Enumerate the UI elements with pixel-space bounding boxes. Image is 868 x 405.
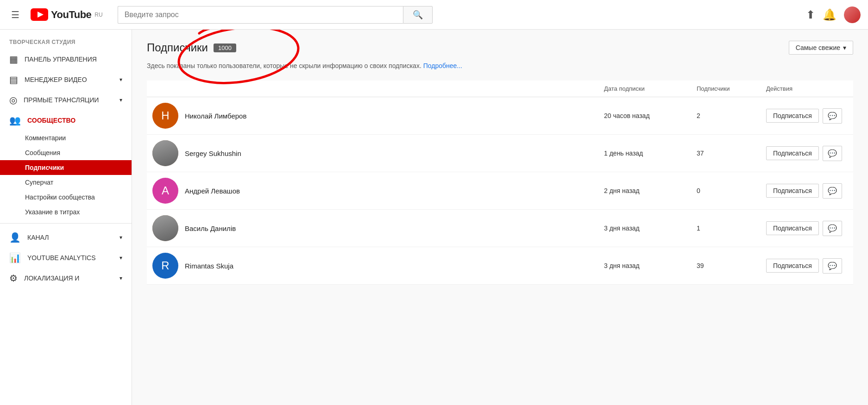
studio-title: ТВОРЧЕСКАЯ СТУДИЯ xyxy=(0,30,132,49)
sidebar-item-analytics-label: YOUTUBE ANALYTICS xyxy=(27,254,96,262)
user-avatar xyxy=(152,215,178,241)
page-header: Подписчики 1000 Самые свежие ▾ xyxy=(147,41,853,55)
upload-icon[interactable]: ⬆ xyxy=(806,8,815,21)
message-button[interactable]: 💬 xyxy=(823,221,842,236)
user-cell-td: А Андрей Левашов xyxy=(147,172,598,210)
main-content: Подписчики 1000 Самые свежие ▾ Здесь пок… xyxy=(132,30,868,405)
actions-cell: Подписаться 💬 xyxy=(766,258,848,274)
th-name xyxy=(147,81,598,97)
message-button[interactable]: 💬 xyxy=(823,108,842,124)
dashboard-icon: ▦ xyxy=(9,54,18,65)
chevron-icon-analytics: ▾ xyxy=(120,255,122,261)
sidebar-item-live[interactable]: ◎ ПРЯМЫЕ ТРАНСЛЯЦИИ ▾ xyxy=(0,90,132,110)
user-cell-td: Василь Данилів xyxy=(147,210,598,247)
subscriber-count: 1 xyxy=(691,210,761,247)
table-row: R Rimantas Skuja 3 дня назад 39 Подписат… xyxy=(147,247,853,285)
subscriber-count: 39 xyxy=(691,247,761,285)
table-row: Sergey Sukhushin 1 день назад 37 Подписа… xyxy=(147,135,853,172)
user-name: Rimantas Skuja xyxy=(185,262,233,270)
info-link[interactable]: Подробнее... xyxy=(423,62,462,69)
chevron-icon-channel: ▾ xyxy=(120,234,122,241)
subscribe-date: 1 день назад xyxy=(598,135,691,172)
user-cell: Н Николай Лимберов xyxy=(152,103,593,129)
actions-cell: Подписаться 💬 xyxy=(766,221,848,236)
sidebar-item-video-manager[interactable]: ▤ МЕНЕДЖЕР ВИДЕО ▾ xyxy=(0,69,132,90)
sidebar: ТВОРЧЕСКАЯ СТУДИЯ ▦ ПАНЕЛЬ УПРАВЛЕНИЯ ▤ … xyxy=(0,30,132,405)
user-cell: Василь Данилів xyxy=(152,215,593,241)
actions-td: Подписаться 💬 xyxy=(761,97,853,135)
search-button[interactable]: 🔍 xyxy=(403,6,433,24)
nav-actions: ⬆ 🔔 xyxy=(806,6,861,23)
user-avatar[interactable] xyxy=(844,6,861,23)
sort-label: Самые свежие xyxy=(796,44,840,51)
bell-icon[interactable]: 🔔 xyxy=(823,8,837,21)
annotation-circle xyxy=(174,30,303,85)
hamburger-menu[interactable]: ☰ xyxy=(7,6,23,24)
sidebar-item-localization[interactable]: ⚙ ЛОКАЛИЗАЦИЯ И ▾ xyxy=(0,268,132,288)
sidebar-sub-subscribers[interactable]: Подписчики xyxy=(0,160,132,175)
page-title-row: Подписчики 1000 xyxy=(147,41,236,54)
sidebar-item-channel[interactable]: 👤 КАНАЛ ▾ xyxy=(0,227,132,248)
sidebar-item-community[interactable]: 👥 СООБЩЕСТВО xyxy=(0,110,132,131)
subscribe-button[interactable]: Подписаться xyxy=(766,221,819,235)
table-row: А Андрей Левашов 2 дня назад 0 Подписать… xyxy=(147,172,853,210)
subscribe-button[interactable]: Подписаться xyxy=(766,109,819,123)
message-button[interactable]: 💬 xyxy=(823,183,842,199)
user-avatar: Н xyxy=(152,103,178,129)
sidebar-item-dashboard-label: ПАНЕЛЬ УПРАВЛЕНИЯ xyxy=(25,56,97,63)
localization-icon: ⚙ xyxy=(9,273,18,284)
th-actions: Действия xyxy=(761,81,853,97)
sidebar-sub-community-settings[interactable]: Настройки сообщества xyxy=(0,190,132,205)
sidebar-sub-credits[interactable]: Указание в титрах xyxy=(0,205,132,219)
user-name: Василь Данилів xyxy=(185,224,236,232)
message-button[interactable]: 💬 xyxy=(823,146,842,161)
sidebar-sub-superchat[interactable]: Суперчат xyxy=(0,175,132,190)
actions-cell: Подписаться 💬 xyxy=(766,108,848,124)
live-icon: ◎ xyxy=(9,94,17,106)
chevron-icon-live: ▾ xyxy=(120,97,122,103)
subscribe-button[interactable]: Подписаться xyxy=(766,259,819,273)
subscribe-date: 2 дня назад xyxy=(598,172,691,210)
sort-button[interactable]: Самые свежие ▾ xyxy=(789,41,853,55)
sidebar-sub-messages[interactable]: Сообщения xyxy=(0,145,132,160)
th-date: Дата подписки xyxy=(598,81,691,97)
svg-point-2 xyxy=(175,30,302,85)
search-bar: 🔍 xyxy=(118,6,433,24)
message-button[interactable]: 💬 xyxy=(823,258,842,274)
youtube-logo-icon xyxy=(31,8,48,21)
user-cell: Sergey Sukhushin xyxy=(152,140,593,166)
search-input[interactable] xyxy=(118,6,403,24)
actions-cell: Подписаться 💬 xyxy=(766,183,848,199)
chevron-icon-localization: ▾ xyxy=(120,275,122,281)
logo-text: YouTube xyxy=(51,9,91,21)
actions-td: Подписаться 💬 xyxy=(761,172,853,210)
subscribe-button[interactable]: Подписаться xyxy=(766,184,819,198)
sidebar-item-analytics[interactable]: 📊 YOUTUBE ANALYTICS ▾ xyxy=(0,248,132,268)
actions-td: Подписаться 💬 xyxy=(761,210,853,247)
sidebar-item-community-label: СООБЩЕСТВО xyxy=(27,117,75,124)
chevron-icon: ▾ xyxy=(120,76,122,83)
sort-arrow-icon: ▾ xyxy=(843,44,846,51)
sidebar-item-video-manager-label: МЕНЕДЖЕР ВИДЕО xyxy=(25,76,87,83)
table-body: Н Николай Лимберов 20 часов назад 2 Подп… xyxy=(147,97,853,285)
subscriber-count: 2 xyxy=(691,97,761,135)
community-icon: 👥 xyxy=(9,115,21,126)
sidebar-item-dashboard[interactable]: ▦ ПАНЕЛЬ УПРАВЛЕНИЯ xyxy=(0,49,132,69)
th-subscribers: Подписчики xyxy=(691,81,761,97)
user-name: Sergey Sukhushin xyxy=(185,150,241,157)
body-layout: ТВОРЧЕСКАЯ СТУДИЯ ▦ ПАНЕЛЬ УПРАВЛЕНИЯ ▤ … xyxy=(0,30,868,405)
subscribe-button[interactable]: Подписаться xyxy=(766,146,819,160)
actions-td: Подписаться 💬 xyxy=(761,247,853,285)
sidebar-sub-comments[interactable]: Комментарии xyxy=(0,131,132,145)
analytics-icon: 📊 xyxy=(9,252,21,263)
sidebar-item-live-label: ПРЯМЫЕ ТРАНСЛЯЦИИ xyxy=(24,96,99,104)
actions-cell: Подписаться 💬 xyxy=(766,146,848,161)
table-row: Н Николай Лимберов 20 часов назад 2 Подп… xyxy=(147,97,853,135)
subscriber-count: 37 xyxy=(691,135,761,172)
logo[interactable]: YouTubeRU xyxy=(31,8,103,21)
table-header: Дата подписки Подписчики Действия xyxy=(147,81,853,97)
subscribe-date: 3 дня назад xyxy=(598,210,691,247)
subscribers-table: Дата подписки Подписчики Действия Н Нико… xyxy=(147,81,853,285)
video-manager-icon: ▤ xyxy=(9,74,18,85)
table-row: Василь Данилів 3 дня назад 1 Подписаться… xyxy=(147,210,853,247)
